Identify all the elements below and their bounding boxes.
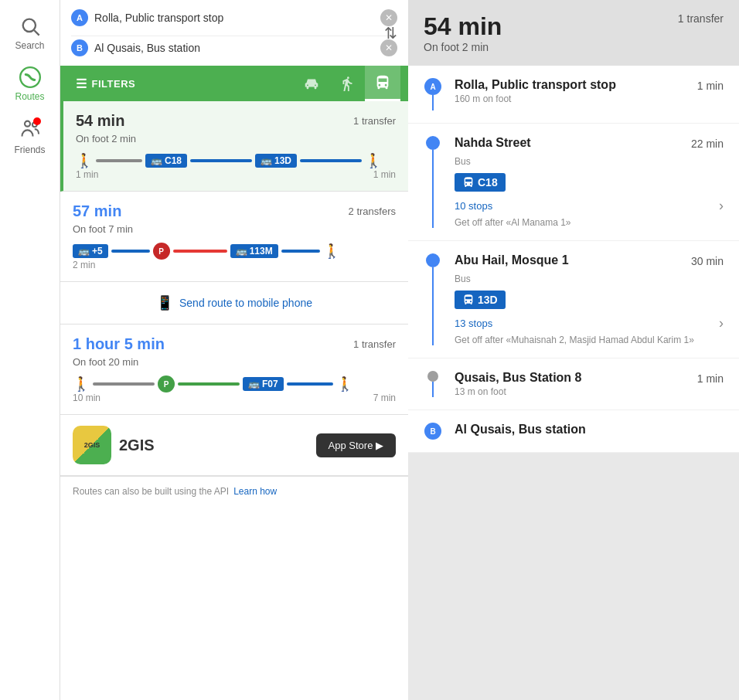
transport-car-button[interactable] [294, 66, 329, 101]
detail-header: 54 min On foot 2 min 1 transfer [408, 0, 739, 66]
step-nahda: Nahda Street 22 min Bus C18 10 stops › G… [408, 124, 739, 241]
route-3-transfers: 1 transfer [353, 338, 396, 350]
route-3-header: 1 hour 5 min 1 transfer [73, 335, 396, 353]
bus-tag-c18: C18 [455, 173, 506, 192]
route-2-time-right: 2 min [73, 260, 95, 270]
app-store-button[interactable]: App Store ▶ [316, 433, 396, 457]
step-alqusais: B Al Qusais, Bus station [408, 410, 739, 453]
step-header-abuhail: Abu Hail, Mosque 1 30 min [455, 253, 724, 267]
bus-13d-bar [300, 159, 362, 162]
bus-plus5-bar [111, 250, 150, 253]
step-time-abuhail: 30 min [691, 253, 724, 267]
bus-tag-13d-label: 13D [478, 294, 498, 306]
step-time-qusais: 1 min [697, 371, 724, 385]
route-1-foot: On foot 2 min [76, 133, 396, 144]
walk-icon-1: 🚶 [76, 152, 93, 169]
bus-tag-c18-label: C18 [478, 176, 498, 189]
step-dot-qusais [427, 371, 438, 382]
transport-walk-button[interactable] [329, 66, 365, 101]
bus-113m-bar [281, 250, 320, 253]
detail-foot: On foot 2 min [424, 41, 502, 53]
route-2-transfers: 2 transfers [349, 206, 396, 217]
step-line-abuhail [424, 253, 442, 345]
sidebar-search-label: Search [15, 40, 44, 51]
step-qusais: Qusais, Bus Station 8 1 min 13 m on foot [408, 358, 739, 410]
bus-plus5-tag: 🚌 +5 [73, 244, 108, 258]
step-name-abuhail: Abu Hail, Mosque 1 [455, 253, 569, 267]
stops-row-13d[interactable]: 13 stops › [455, 315, 724, 331]
walk-bar-3 [93, 382, 155, 386]
route-3-time-left: 10 min [73, 392, 100, 403]
step-sub-rolla: 160 m on foot [455, 93, 724, 104]
step-connector-rolla [432, 95, 434, 110]
step-name-nahda: Nahda Street [455, 136, 531, 150]
bus-13d-tag-1: 🚌 13D [255, 154, 297, 168]
route-1-header: 54 min 1 transfer [76, 112, 396, 130]
route-result-2[interactable]: 57 min 2 transfers On foot 7 min 🚌 +5 P … [60, 192, 408, 282]
step-time-rolla: 1 min [697, 78, 724, 92]
get-off-13d: Get off after «Muhaisnah 2, Masjid Hamad… [455, 335, 724, 345]
stops-count-13d: 13 stops [455, 318, 492, 329]
sidebar-item-friends[interactable]: Friends [0, 110, 60, 163]
step-line-qusais [424, 371, 442, 397]
bus-13d-label: 13D [274, 155, 291, 166]
step-header-rolla: Rolla, Public transport stop 1 min [455, 78, 724, 92]
stop-icon-3: P [164, 380, 169, 389]
route-3-segments: 🚶 P 🚌 F07 🚶 [73, 375, 396, 392]
bus-f07-label: F07 [262, 379, 278, 389]
sidebar-routes-label: Routes [15, 91, 44, 102]
2gis-logo: 2GIS [73, 426, 111, 464]
step-header-alqusais: Al Qusais, Bus station [455, 423, 724, 437]
notification-dot [33, 117, 41, 125]
to-input[interactable] [94, 42, 374, 54]
bus-f07-tag: 🚌 F07 [243, 377, 284, 391]
filters-button[interactable]: ☰ FILTERS [68, 70, 143, 97]
from-input[interactable] [94, 12, 374, 24]
learn-how-link[interactable]: Learn how [233, 486, 277, 497]
step-content-alqusais: Al Qusais, Bus station [455, 423, 724, 440]
filters-label: FILTERS [92, 78, 136, 90]
bus-tag-13d: 13D [455, 291, 506, 309]
sidebar-item-search[interactable]: Search [0, 8, 60, 59]
step-dot-abuhail [426, 253, 440, 267]
step-line-rolla: A [424, 78, 442, 110]
walk-icon-5: 🚶 [336, 375, 353, 392]
walk-icon-2: 🚶 [365, 152, 382, 169]
route-result-3[interactable]: 1 hour 5 min 1 transfer On foot 20 min 🚶… [60, 325, 408, 415]
route-1-time: 54 min [76, 112, 124, 130]
step-dot-a: A [424, 78, 441, 95]
green-bar-3 [178, 382, 240, 386]
send-route-label: Send route to mobile phone [179, 297, 312, 309]
step-connector-nahda [432, 150, 434, 228]
route-1-transfers: 1 transfer [353, 115, 396, 127]
route-1-time-right: 1 min [373, 169, 396, 180]
2gis-brand: 2GIS [119, 437, 308, 454]
send-route-button[interactable]: 📱 Send route to mobile phone [60, 282, 408, 325]
to-input-row: B ✕ [71, 39, 397, 56]
bus-113m-tag: 🚌 113M [230, 244, 278, 258]
bus-label-row-abuhail: Bus [455, 274, 724, 284]
stops-row-c18[interactable]: 10 stops › [455, 198, 724, 214]
route-2-times: 2 min [73, 260, 396, 270]
swap-button[interactable]: ⇅ [384, 24, 397, 42]
from-input-row: A ✕ [71, 9, 397, 26]
sidebar-item-routes[interactable]: Routes [0, 59, 60, 110]
route-result-1[interactable]: 54 min 1 transfer On foot 2 min 🚶 🚌 C18 … [60, 101, 408, 192]
bus-c18-label: C18 [165, 155, 182, 166]
bus-type-nahda: Bus [455, 156, 471, 167]
bus-icon-113m: 🚌 [236, 246, 247, 257]
step-content-abuhail: Abu Hail, Mosque 1 30 min Bus 13D 13 sto… [455, 253, 724, 345]
filter-icon: ☰ [76, 76, 87, 91]
walk-icon-3: 🚶 [323, 243, 340, 260]
bus-icon-plus5: 🚌 [78, 246, 90, 257]
step-name-rolla: Rolla, Public transport stop [455, 78, 616, 92]
chevron-down-icon-c18: › [719, 198, 724, 214]
route-2-foot: On foot 7 min [73, 223, 396, 235]
route-1-times: 1 min 1 min [76, 169, 396, 180]
step-abuhail: Abu Hail, Mosque 1 30 min Bus 13D 13 sto… [408, 241, 739, 358]
step-name-qusais: Qusais, Bus Station 8 [455, 371, 581, 385]
2gis-logo-text: 2GIS [84, 441, 100, 449]
transport-bus-button[interactable] [365, 66, 400, 101]
filters-bar: ☰ FILTERS [60, 66, 408, 101]
step-rolla: A Rolla, Public transport stop 1 min 160… [408, 66, 739, 124]
